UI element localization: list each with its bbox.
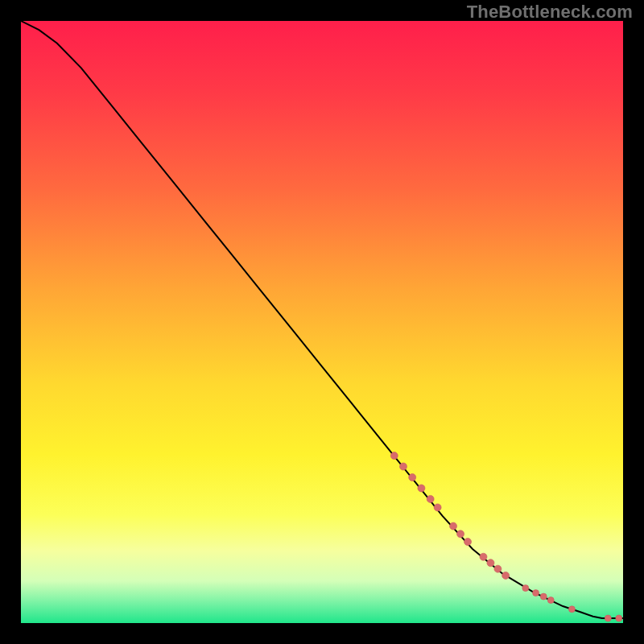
data-marker (457, 530, 464, 538)
data-marker (390, 452, 398, 460)
chart-svg (21, 21, 623, 623)
data-marker (418, 485, 425, 492)
data-marker (547, 597, 554, 604)
data-marker (502, 572, 510, 579)
plot-area (21, 21, 623, 623)
watermark-text: TheBottleneck.com (467, 2, 633, 23)
data-marker (494, 565, 502, 572)
data-marker (533, 590, 539, 597)
data-marker (605, 615, 611, 621)
data-marker (464, 539, 472, 546)
data-marker (434, 504, 441, 511)
data-marker (540, 593, 547, 600)
data-marker (487, 559, 494, 567)
data-marker (480, 553, 487, 560)
data-marker (409, 473, 416, 481)
data-marker (427, 495, 434, 502)
chart-stage: TheBottleneck.com (0, 0, 644, 644)
data-marker (522, 585, 529, 592)
data-marker (450, 522, 457, 530)
gradient-background (21, 21, 623, 623)
data-marker (399, 463, 407, 470)
data-marker (568, 606, 575, 613)
data-marker (616, 615, 622, 621)
